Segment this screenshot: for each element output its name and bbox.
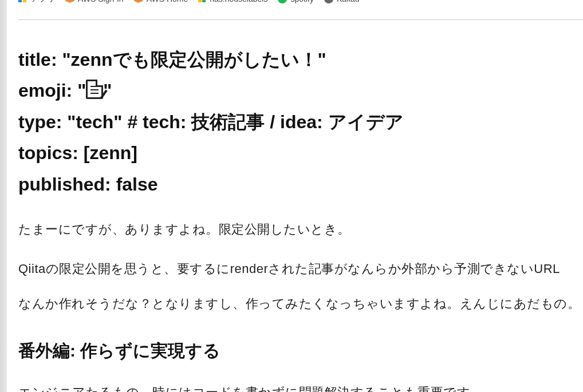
frontmatter-title: title: "zennでも限定公開がしたい！" (18, 44, 583, 75)
window-left-edge (0, 0, 7, 392)
emoji-prefix: emoji: " (18, 80, 86, 101)
frontmatter-block: title: "zennでも限定公開がしたい！" emoji: "" type:… (18, 44, 583, 200)
paragraph-4: エンジニアたるもの、時にはコードを書かずに問題解決することも重要です。 (18, 382, 583, 392)
spotify-icon (278, 0, 287, 3)
kakau-icon (324, 0, 333, 3)
bookmark-label: Kakau (337, 0, 360, 3)
bookmark-label: nas.houselabels (210, 0, 267, 3)
frontmatter-type: type: "tech" # tech: 技術記事 / idea: アイデア (18, 106, 583, 137)
google-icon (198, 0, 206, 3)
aws-icon (65, 0, 74, 3)
paragraph-1: たまーにですが、ありますよね。限定公開したいとき。 (18, 219, 583, 239)
bookmark-aws-home[interactable]: AWS Home (134, 0, 188, 3)
divider (18, 19, 583, 20)
bookmark-apps[interactable]: アプリ (18, 0, 55, 4)
bookmarks-bar: アプリ AWS Sign-In AWS Home nas.houselabels… (18, 0, 583, 6)
bookmark-label: AWS Sign-In (78, 0, 124, 3)
apps-icon (18, 0, 27, 3)
document-edit-icon (86, 80, 103, 99)
bookmark-label: spotify (290, 0, 313, 3)
aws-icon (134, 0, 143, 3)
bookmark-kakau[interactable]: Kakau (324, 0, 360, 3)
paragraph-3: なんか作れそうだな？となりますし、作ってみたくなっちゃいますよね。えんじにあだも… (18, 294, 583, 314)
frontmatter-emoji: emoji: "" (18, 75, 583, 106)
bookmark-aws-signin[interactable]: AWS Sign-In (65, 0, 124, 3)
bookmark-nas[interactable]: nas.houselabels (198, 0, 267, 3)
bookmark-label: AWS Home (147, 0, 188, 3)
frontmatter-published: published: false (18, 169, 583, 200)
bookmark-label: アプリ (31, 0, 55, 4)
frontmatter-topics: topics: [zenn] (18, 137, 583, 168)
paragraph-2: Qiitaの限定公開を思うと、要するにrenderされた記事がなんらか外部から予… (18, 259, 583, 279)
section-heading: 番外編: 作らずに実現する (18, 339, 583, 363)
bookmark-spotify[interactable]: spotify (278, 0, 313, 3)
page-content: アプリ AWS Sign-In AWS Home nas.houselabels… (0, 0, 583, 392)
